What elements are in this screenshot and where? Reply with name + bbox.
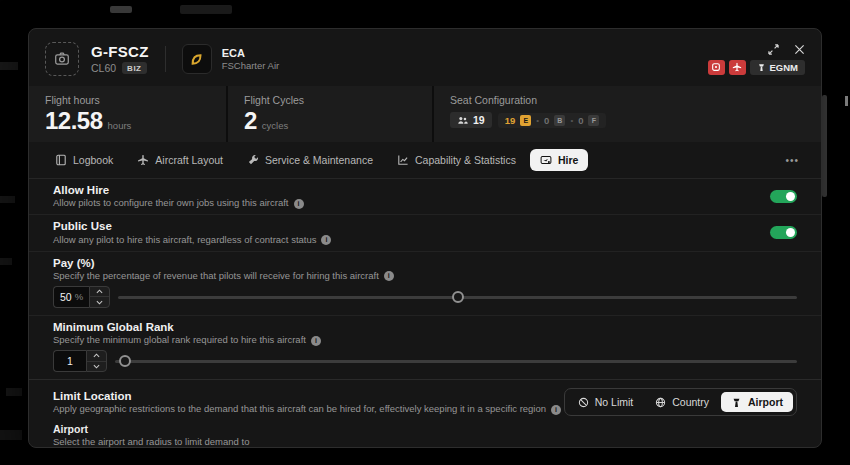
wrench-icon xyxy=(247,154,259,166)
stats-row: Flight hours 12.58 hours Flight Cycles 2… xyxy=(29,86,821,142)
globe-icon xyxy=(655,397,666,408)
tower-icon xyxy=(731,397,742,408)
flight-hours-label: Flight hours xyxy=(45,94,210,106)
option-airport[interactable]: Airport xyxy=(721,392,793,412)
flight-cycles-unit: cycles xyxy=(262,120,288,131)
tab-aircraft-layout[interactable]: Aircraft Layout xyxy=(127,149,233,171)
tab-logbook[interactable]: Logbook xyxy=(45,149,123,171)
flight-cycles-value: 2 xyxy=(244,109,257,133)
min-rank-slider[interactable] xyxy=(115,354,797,368)
option-label: No Limit xyxy=(595,396,634,408)
option-country[interactable]: Country xyxy=(645,392,719,412)
flight-hours-unit: hours xyxy=(108,120,132,131)
airport-subsection: Airport Select the airport and radius to… xyxy=(29,420,821,447)
airport-title: Airport xyxy=(53,423,797,436)
min-rank-input[interactable]: 1 xyxy=(53,350,86,372)
pay-stepper xyxy=(89,286,110,308)
info-icon[interactable]: i xyxy=(321,235,331,245)
square-dot-icon xyxy=(711,62,721,72)
total-seats-value: 19 xyxy=(473,114,485,126)
first-class-badge: F xyxy=(588,115,599,126)
separator-dot: • xyxy=(536,116,539,125)
stepper-down-icon[interactable] xyxy=(90,296,109,307)
background-text-fragment xyxy=(0,430,22,440)
option-no-limit[interactable]: No Limit xyxy=(568,392,644,412)
plane-icon xyxy=(137,154,149,166)
operator-name: FSCharter Air xyxy=(222,60,280,71)
business-class-badge: B xyxy=(554,115,565,126)
info-icon[interactable]: i xyxy=(294,199,304,209)
logbook-icon xyxy=(55,154,67,166)
aircraft-photo-placeholder[interactable] xyxy=(45,42,79,76)
current-location-badge[interactable]: EGNM xyxy=(750,60,806,75)
stepper-up-icon[interactable] xyxy=(90,287,109,297)
allow-hire-title: Allow Hire xyxy=(53,183,304,197)
chart-icon xyxy=(397,154,409,166)
economy-class-badge: E xyxy=(520,115,531,126)
tab-service-maintenance[interactable]: Service & Maintenance xyxy=(237,149,383,171)
min-rank-stepper xyxy=(86,350,107,372)
aircraft-category-badge: BIZ xyxy=(122,62,146,74)
min-rank-value: 1 xyxy=(67,355,73,367)
info-icon[interactable]: i xyxy=(311,336,321,346)
slider-handle[interactable] xyxy=(452,291,464,303)
pay-value: 50 xyxy=(60,291,72,303)
total-seats-badge: 19 xyxy=(450,112,492,128)
location-code: EGNM xyxy=(770,62,799,73)
tab-hire[interactable]: Hire xyxy=(530,149,588,171)
stepper-up-icon[interactable] xyxy=(87,351,106,361)
tower-icon xyxy=(757,63,766,72)
hire-icon xyxy=(540,154,552,166)
background-scrollbar xyxy=(822,95,827,197)
seat-configuration-stat: Seat Configuration 19 19 E • 0 B xyxy=(434,86,821,142)
flight-cycles-stat: Flight Cycles 2 cycles xyxy=(228,86,432,142)
pay-unit: % xyxy=(75,291,83,302)
stepper-down-icon[interactable] xyxy=(87,361,106,372)
close-icon[interactable] xyxy=(794,44,805,55)
public-use-description: Allow any pilot to hire this aircraft, r… xyxy=(53,235,316,246)
aircraft-model: CL60 xyxy=(91,62,116,74)
tab-bar: Logbook Aircraft Layout Service & Mainte… xyxy=(29,142,821,179)
aircraft-details-modal: G-FSCZ CL60 BIZ ECA FSCharter Air xyxy=(28,28,822,448)
pay-input[interactable]: 50 % xyxy=(53,286,89,308)
background-text-fragment xyxy=(0,258,12,265)
tab-label: Service & Maintenance xyxy=(265,154,373,166)
flight-cycles-label: Flight Cycles xyxy=(244,94,416,106)
tab-label: Capability & Statistics xyxy=(415,154,516,166)
expand-icon[interactable] xyxy=(768,44,779,55)
tab-capability-statistics[interactable]: Capability & Statistics xyxy=(387,149,526,171)
min-rank-section: Minimum Global Rank Specify the minimum … xyxy=(29,316,821,380)
allow-hire-section: Allow Hire Allow pilots to configure the… xyxy=(29,179,821,215)
limit-location-title: Limit Location xyxy=(53,389,561,403)
tab-label: Hire xyxy=(558,154,578,166)
pay-description: Specify the percentage of revenue that p… xyxy=(53,271,379,282)
pay-section: Pay (%) Specify the percentage of revenu… xyxy=(29,252,821,316)
option-label: Country xyxy=(672,396,709,408)
allow-hire-toggle[interactable] xyxy=(770,190,797,203)
public-use-toggle[interactable] xyxy=(770,226,797,239)
more-tabs-button[interactable]: ••• xyxy=(779,155,805,166)
slider-track[interactable] xyxy=(115,360,797,363)
option-label: Airport xyxy=(748,396,783,408)
tab-label: Logbook xyxy=(73,154,113,166)
economy-count: 19 xyxy=(505,115,516,126)
pay-slider[interactable] xyxy=(118,290,797,304)
info-icon[interactable]: i xyxy=(384,271,394,281)
background-topbar-fragment xyxy=(110,6,132,13)
flight-hours-value: 12.58 xyxy=(45,109,103,133)
separator-dot: • xyxy=(570,116,573,125)
no-limit-icon xyxy=(578,397,589,408)
min-rank-description: Specify the minimum global rank required… xyxy=(53,335,306,346)
public-use-title: Public Use xyxy=(53,219,331,233)
seat-class-breakdown: 19 E • 0 B • 0 F xyxy=(498,113,607,128)
background-text-fragment xyxy=(6,388,22,396)
info-icon[interactable]: i xyxy=(551,405,561,415)
flight-hours-stat: Flight hours 12.58 hours xyxy=(29,86,226,142)
airport-description: Select the airport and radius to limit d… xyxy=(53,437,797,447)
modal-header: G-FSCZ CL60 BIZ ECA FSCharter Air xyxy=(29,29,821,86)
camera-icon xyxy=(54,51,70,67)
first-count: 0 xyxy=(578,115,583,126)
slider-handle[interactable] xyxy=(119,355,131,367)
background-topbar-fragment xyxy=(180,5,232,14)
status-badge xyxy=(708,60,725,75)
